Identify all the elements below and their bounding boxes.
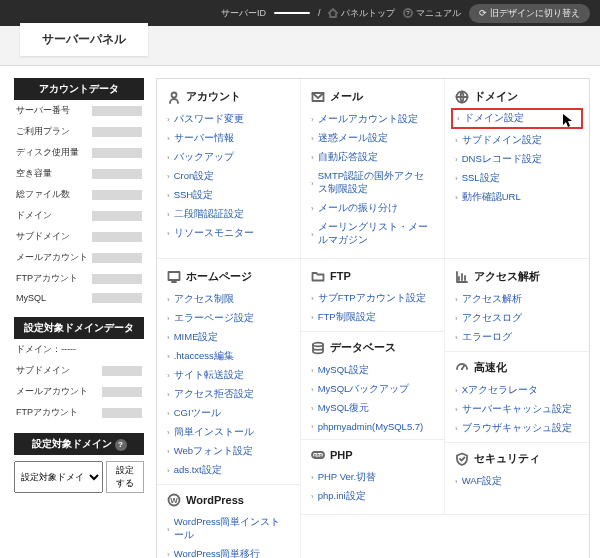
help-icon: ? xyxy=(403,8,413,18)
chevron-right-icon: › xyxy=(167,409,170,418)
monitor-icon xyxy=(167,270,181,284)
menu-item[interactable]: ›メールの振り分け xyxy=(311,199,434,218)
chevron-right-icon: › xyxy=(311,153,314,162)
menu-item[interactable]: ›SMTP認証の国外アクセス制限設定 xyxy=(311,167,434,199)
menu-item[interactable]: ›PHP Ver.切替 xyxy=(311,468,434,487)
menu-item[interactable]: ›MySQL設定 xyxy=(311,361,434,380)
chevron-right-icon: › xyxy=(455,314,458,323)
globe-icon xyxy=(455,90,469,104)
switch-design-button[interactable]: ⟳ 旧デザインに切り替え xyxy=(469,4,590,23)
sidebar-target-row: ドメイン：----- xyxy=(14,339,144,360)
menu-item[interactable]: ›パスワード変更 xyxy=(167,110,290,129)
menu-item[interactable]: ›アクセス解析 xyxy=(455,290,579,309)
php-icon: php xyxy=(311,448,325,462)
menu-item[interactable]: ›アクセスログ xyxy=(455,309,579,328)
chevron-right-icon: › xyxy=(455,477,458,486)
chevron-right-icon: › xyxy=(167,352,170,361)
menu-item[interactable]: ›自動応答設定 xyxy=(311,148,434,167)
chevron-right-icon: › xyxy=(455,174,458,183)
section-domain: ドメイン ›ドメイン設定›サブドメイン設定›DNSレコード設定›SSL設定›動作… xyxy=(445,79,589,259)
chevron-right-icon: › xyxy=(167,314,170,323)
menu-item[interactable]: ›エラーページ設定 xyxy=(167,309,290,328)
chevron-right-icon: › xyxy=(167,295,170,304)
sidebar-target-row: FTPアカウント xyxy=(14,402,144,423)
menu-item[interactable]: ›サーバーキャッシュ設定 xyxy=(455,400,579,419)
svg-rect-5 xyxy=(169,272,180,280)
sidebar-row: 総ファイル数 xyxy=(14,184,144,205)
menu-item[interactable]: ›ブラウザキャッシュ設定 xyxy=(455,419,579,438)
svg-point-11 xyxy=(461,368,463,370)
chevron-right-icon: › xyxy=(455,193,458,202)
menu-item[interactable]: ›WordPress簡単移行 xyxy=(167,545,290,558)
menu-item[interactable]: ›サーバー情報 xyxy=(167,129,290,148)
menu-item[interactable]: ›Xアクセラレータ xyxy=(455,381,579,400)
menu-item[interactable]: ›バックアップ xyxy=(167,148,290,167)
menu-item[interactable]: ›アクセス拒否設定 xyxy=(167,385,290,404)
menu-item[interactable]: ›Cron設定 xyxy=(167,167,290,186)
menu-item[interactable]: ›MIME設定 xyxy=(167,328,290,347)
chevron-right-icon: › xyxy=(311,404,314,413)
chevron-right-icon: › xyxy=(311,115,314,124)
chevron-right-icon: › xyxy=(311,294,314,303)
chevron-right-icon: › xyxy=(167,550,170,558)
menu-item[interactable]: ›SSH設定 xyxy=(167,186,290,205)
menu-item[interactable]: ›メーリングリスト・メールマガジン xyxy=(311,218,434,250)
svg-text:W: W xyxy=(170,496,178,505)
menu-item[interactable]: ›php.ini設定 xyxy=(311,487,434,506)
menu-item[interactable]: ›.htaccess編集 xyxy=(167,347,290,366)
database-icon xyxy=(311,341,325,355)
panel-top-link[interactable]: パネルトップ xyxy=(328,7,395,20)
menu-item[interactable]: ›簡単インストール xyxy=(167,423,290,442)
help-icon[interactable]: ? xyxy=(115,439,127,451)
menu-item[interactable]: ›メールアカウント設定 xyxy=(311,110,434,129)
chevron-right-icon: › xyxy=(167,134,170,143)
sidebar-target-domain-header: 設定対象ドメイン? xyxy=(14,433,144,455)
mail-icon xyxy=(311,90,325,104)
set-button[interactable]: 設定する xyxy=(106,461,144,493)
menu-item[interactable]: ›サブFTPアカウント設定 xyxy=(311,289,434,308)
sidebar-target-row: メールアカウント xyxy=(14,381,144,402)
chevron-right-icon: › xyxy=(167,153,170,162)
chevron-right-icon: › xyxy=(311,134,314,143)
menu-item[interactable]: ›二段階認証設定 xyxy=(167,205,290,224)
page-title: サーバーパネル xyxy=(20,23,148,56)
cursor-icon xyxy=(563,114,575,128)
menu-item[interactable]: ›サイト転送設定 xyxy=(167,366,290,385)
menu-item[interactable]: ›phpmyadmin(MySQL5.7) xyxy=(311,418,434,435)
chevron-right-icon: › xyxy=(311,204,314,213)
menu-item[interactable]: ›迷惑メール設定 xyxy=(311,129,434,148)
chevron-right-icon: › xyxy=(457,114,460,123)
chevron-right-icon: › xyxy=(167,172,170,181)
menu-item[interactable]: ›DNSレコード設定 xyxy=(455,150,579,169)
menu-item[interactable]: ›MySQLバックアップ xyxy=(311,380,434,399)
chevron-right-icon: › xyxy=(311,385,314,394)
target-domain-select[interactable]: 設定対象ドメイ xyxy=(14,461,103,493)
sidebar-row: サーバー番号 xyxy=(14,100,144,121)
menu-item[interactable]: ›WAF設定 xyxy=(455,472,579,491)
menu-item[interactable]: ›WordPress簡単インストール xyxy=(167,513,290,545)
svg-point-8 xyxy=(313,342,323,346)
home-icon xyxy=(328,8,338,18)
sidebar-target-data-header: 設定対象ドメインデータ xyxy=(14,317,144,339)
menu-item[interactable]: ›MySQL復元 xyxy=(311,399,434,418)
menu-item[interactable]: ›Webフォント設定 xyxy=(167,442,290,461)
chevron-right-icon: › xyxy=(311,492,314,501)
menu-item[interactable]: ›FTP制限設定 xyxy=(311,308,434,327)
menu-item[interactable]: ›SSL設定 xyxy=(455,169,579,188)
manual-link[interactable]: ? マニュアル xyxy=(403,7,461,20)
chevron-right-icon: › xyxy=(167,428,170,437)
sidebar-row: メールアカウント xyxy=(14,247,144,268)
menu-item[interactable]: ›エラーログ xyxy=(455,328,579,347)
menu-item[interactable]: ›ドメイン設定 xyxy=(451,108,583,129)
menu-item[interactable]: ›サブドメイン設定 xyxy=(455,131,579,150)
sidebar-row: ディスク使用量 xyxy=(14,142,144,163)
menu-item[interactable]: ›リソースモニター xyxy=(167,224,290,243)
menu-item[interactable]: ›アクセス制限 xyxy=(167,290,290,309)
menu-item[interactable]: ›ads.txt設定 xyxy=(167,461,290,480)
chevron-right-icon: › xyxy=(455,424,458,433)
chevron-right-icon: › xyxy=(311,473,314,482)
menu-item[interactable]: ›CGIツール xyxy=(167,404,290,423)
chevron-right-icon: › xyxy=(455,155,458,164)
section-access: アクセス解析 ›アクセス解析›アクセスログ›エラーログ 高速化 ›Xアクセラレー… xyxy=(445,259,589,515)
menu-item[interactable]: ›動作確認URL xyxy=(455,188,579,207)
